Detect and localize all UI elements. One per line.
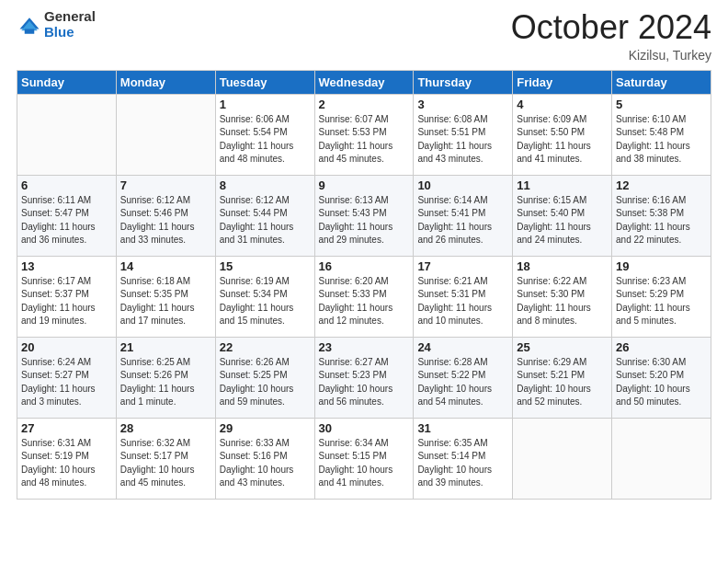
day-info: Sunrise: 6:32 AM Sunset: 5:17 PM Dayligh… — [120, 437, 211, 490]
calendar-cell: 1Sunrise: 6:06 AM Sunset: 5:54 PM Daylig… — [215, 94, 314, 175]
calendar-cell: 9Sunrise: 6:13 AM Sunset: 5:43 PM Daylig… — [314, 175, 414, 256]
day-number: 2 — [319, 98, 410, 111]
col-header-tuesday: Tuesday — [215, 70, 314, 94]
calendar-cell: 19Sunrise: 6:23 AM Sunset: 5:29 PM Dayli… — [612, 256, 711, 337]
day-number: 8 — [220, 178, 311, 192]
calendar-cell: 15Sunrise: 6:19 AM Sunset: 5:34 PM Dayli… — [215, 256, 314, 337]
day-info: Sunrise: 6:25 AM Sunset: 5:26 PM Dayligh… — [120, 356, 211, 409]
calendar-cell: 4Sunrise: 6:09 AM Sunset: 5:50 PM Daylig… — [513, 94, 612, 175]
day-info: Sunrise: 6:21 AM Sunset: 5:31 PM Dayligh… — [417, 275, 508, 328]
day-info: Sunrise: 6:11 AM Sunset: 5:47 PM Dayligh… — [21, 194, 112, 247]
calendar-cell: 7Sunrise: 6:12 AM Sunset: 5:46 PM Daylig… — [116, 175, 215, 256]
calendar-cell: 13Sunrise: 6:17 AM Sunset: 5:37 PM Dayli… — [17, 256, 117, 337]
calendar-cell: 11Sunrise: 6:15 AM Sunset: 5:40 PM Dayli… — [513, 175, 612, 256]
calendar-cell: 10Sunrise: 6:14 AM Sunset: 5:41 PM Dayli… — [414, 175, 513, 256]
calendar-week-row: 13Sunrise: 6:17 AM Sunset: 5:37 PM Dayli… — [17, 256, 711, 337]
col-header-sunday: Sunday — [17, 70, 117, 94]
day-info: Sunrise: 6:08 AM Sunset: 5:51 PM Dayligh… — [417, 113, 508, 167]
day-info: Sunrise: 6:14 AM Sunset: 5:41 PM Dayligh… — [417, 194, 508, 247]
calendar-header-row: SundayMondayTuesdayWednesdayThursdayFrid… — [17, 70, 711, 94]
location: Kizilsu, Turkey — [511, 48, 711, 63]
day-info: Sunrise: 6:12 AM Sunset: 5:46 PM Dayligh… — [120, 194, 211, 247]
day-number: 11 — [517, 178, 608, 192]
day-info: Sunrise: 6:15 AM Sunset: 5:40 PM Dayligh… — [517, 194, 608, 247]
calendar-cell — [612, 418, 711, 499]
day-info: Sunrise: 6:27 AM Sunset: 5:23 PM Dayligh… — [319, 356, 410, 409]
calendar-cell: 26Sunrise: 6:30 AM Sunset: 5:20 PM Dayli… — [612, 337, 711, 418]
day-number: 28 — [120, 421, 211, 435]
calendar-cell: 16Sunrise: 6:20 AM Sunset: 5:33 PM Dayli… — [314, 256, 414, 337]
logo: General Blue — [17, 9, 96, 40]
day-number: 10 — [417, 178, 508, 192]
day-number: 23 — [319, 340, 410, 354]
calendar-cell: 28Sunrise: 6:32 AM Sunset: 5:17 PM Dayli… — [116, 418, 215, 499]
day-info: Sunrise: 6:22 AM Sunset: 5:30 PM Dayligh… — [517, 275, 608, 328]
day-info: Sunrise: 6:23 AM Sunset: 5:29 PM Dayligh… — [616, 275, 707, 328]
day-info: Sunrise: 6:10 AM Sunset: 5:48 PM Dayligh… — [616, 113, 707, 167]
day-info: Sunrise: 6:20 AM Sunset: 5:33 PM Dayligh… — [319, 275, 410, 328]
calendar-week-row: 6Sunrise: 6:11 AM Sunset: 5:47 PM Daylig… — [17, 175, 711, 256]
col-header-friday: Friday — [513, 70, 612, 94]
calendar-cell: 25Sunrise: 6:29 AM Sunset: 5:21 PM Dayli… — [513, 337, 612, 418]
day-number: 7 — [120, 178, 211, 192]
calendar-cell: 21Sunrise: 6:25 AM Sunset: 5:26 PM Dayli… — [116, 337, 215, 418]
col-header-wednesday: Wednesday — [314, 70, 414, 94]
day-info: Sunrise: 6:09 AM Sunset: 5:50 PM Dayligh… — [517, 113, 608, 167]
calendar-week-row: 27Sunrise: 6:31 AM Sunset: 5:19 PM Dayli… — [17, 418, 711, 499]
calendar-cell: 29Sunrise: 6:33 AM Sunset: 5:16 PM Dayli… — [215, 418, 314, 499]
calendar-cell: 17Sunrise: 6:21 AM Sunset: 5:31 PM Dayli… — [414, 256, 513, 337]
calendar-cell: 24Sunrise: 6:28 AM Sunset: 5:22 PM Dayli… — [414, 337, 513, 418]
day-number: 19 — [616, 259, 707, 273]
day-info: Sunrise: 6:28 AM Sunset: 5:22 PM Dayligh… — [417, 356, 508, 409]
col-header-saturday: Saturday — [612, 70, 711, 94]
calendar-cell: 8Sunrise: 6:12 AM Sunset: 5:44 PM Daylig… — [215, 175, 314, 256]
calendar-table: SundayMondayTuesdayWednesdayThursdayFrid… — [17, 70, 711, 500]
day-info: Sunrise: 6:17 AM Sunset: 5:37 PM Dayligh… — [21, 275, 112, 328]
day-number: 25 — [517, 340, 608, 354]
calendar-cell: 12Sunrise: 6:16 AM Sunset: 5:38 PM Dayli… — [612, 175, 711, 256]
day-number: 6 — [21, 178, 112, 192]
day-number: 26 — [616, 340, 707, 354]
day-number: 4 — [517, 98, 608, 111]
day-number: 24 — [417, 340, 508, 354]
svg-rect-3 — [25, 29, 35, 33]
calendar-week-row: 1Sunrise: 6:06 AM Sunset: 5:54 PM Daylig… — [17, 94, 711, 175]
day-info: Sunrise: 6:24 AM Sunset: 5:27 PM Dayligh… — [21, 356, 112, 409]
calendar-cell: 14Sunrise: 6:18 AM Sunset: 5:35 PM Dayli… — [116, 256, 215, 337]
calendar-cell — [116, 94, 215, 175]
calendar-cell: 18Sunrise: 6:22 AM Sunset: 5:30 PM Dayli… — [513, 256, 612, 337]
day-number: 29 — [220, 421, 311, 435]
day-number: 16 — [319, 259, 410, 273]
day-info: Sunrise: 6:13 AM Sunset: 5:43 PM Dayligh… — [319, 194, 410, 247]
day-number: 13 — [21, 259, 112, 273]
day-number: 9 — [319, 178, 410, 192]
logo-general: General — [44, 8, 96, 24]
calendar-cell: 22Sunrise: 6:26 AM Sunset: 5:25 PM Dayli… — [215, 337, 314, 418]
day-info: Sunrise: 6:30 AM Sunset: 5:20 PM Dayligh… — [616, 356, 707, 409]
calendar-cell: 20Sunrise: 6:24 AM Sunset: 5:27 PM Dayli… — [17, 337, 117, 418]
day-info: Sunrise: 6:33 AM Sunset: 5:16 PM Dayligh… — [220, 437, 311, 490]
logo-blue: Blue — [44, 24, 74, 40]
day-info: Sunrise: 6:18 AM Sunset: 5:35 PM Dayligh… — [120, 275, 211, 328]
day-number: 5 — [616, 98, 707, 111]
day-number: 17 — [417, 259, 508, 273]
day-info: Sunrise: 6:34 AM Sunset: 5:15 PM Dayligh… — [319, 437, 410, 490]
calendar-cell: 23Sunrise: 6:27 AM Sunset: 5:23 PM Dayli… — [314, 337, 414, 418]
col-header-thursday: Thursday — [414, 70, 513, 94]
day-number: 27 — [21, 421, 112, 435]
day-number: 21 — [120, 340, 211, 354]
day-number: 12 — [616, 178, 707, 192]
calendar-cell: 2Sunrise: 6:07 AM Sunset: 5:53 PM Daylig… — [314, 94, 414, 175]
day-number: 14 — [120, 259, 211, 273]
day-info: Sunrise: 6:16 AM Sunset: 5:38 PM Dayligh… — [616, 194, 707, 247]
day-info: Sunrise: 6:29 AM Sunset: 5:21 PM Dayligh… — [517, 356, 608, 409]
logo-icon — [17, 13, 42, 39]
day-number: 20 — [21, 340, 112, 354]
day-number: 30 — [319, 421, 410, 435]
day-info: Sunrise: 6:31 AM Sunset: 5:19 PM Dayligh… — [21, 437, 112, 490]
calendar-cell: 3Sunrise: 6:08 AM Sunset: 5:51 PM Daylig… — [414, 94, 513, 175]
day-info: Sunrise: 6:07 AM Sunset: 5:53 PM Dayligh… — [319, 113, 410, 167]
title-area: October 2024 Kizilsu, Turkey — [511, 9, 711, 63]
day-info: Sunrise: 6:35 AM Sunset: 5:14 PM Dayligh… — [417, 437, 508, 490]
calendar-cell — [17, 94, 117, 175]
